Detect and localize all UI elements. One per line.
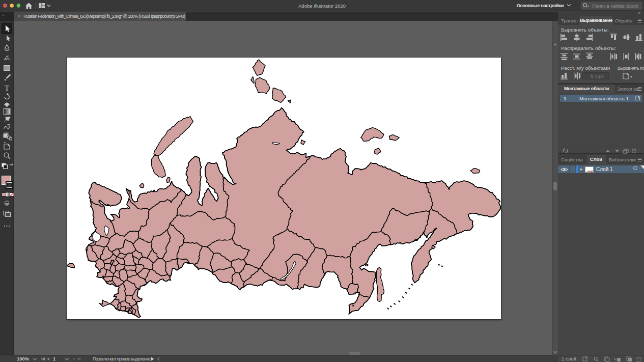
svg-text:T: T [5,84,9,92]
svg-text:↳: ↳ [613,357,617,361]
